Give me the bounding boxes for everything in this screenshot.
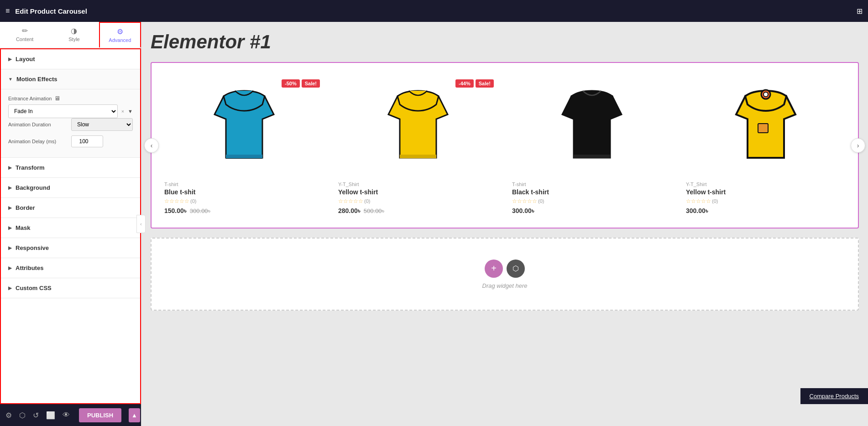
sidebar-item-custom-css[interactable]: ▶ Custom CSS	[1, 278, 140, 298]
product-category-2: Y-T_Shirt	[338, 182, 497, 187]
svg-rect-1	[226, 155, 262, 158]
clear-animation-btn[interactable]: ×	[120, 109, 126, 114]
product-old-price-2: 500.00৳	[364, 208, 384, 215]
tshirt-svg-blue	[210, 87, 278, 165]
product-img-wrapper-3	[512, 76, 671, 176]
sidebar-item-transform[interactable]: ▶ Transform	[1, 158, 140, 178]
product-price-4: 300.00৳	[686, 207, 708, 215]
tshirt-svg-yellow	[384, 87, 452, 165]
tshirt-svg-yellow-outlined	[732, 87, 800, 165]
motion-effects-content: Entrance Animation 🖥 Fade In Fade Out Sl…	[1, 89, 140, 158]
publish-chevron-button[interactable]: ▲	[129, 408, 140, 422]
layers-icon[interactable]: ⬡	[19, 411, 26, 420]
product-image-1	[164, 76, 324, 176]
product-prices-3: 300.00৳	[512, 207, 671, 215]
carousel-widget: ‹ › -50% Sale!	[151, 62, 859, 229]
animation-delay-label: Animation Delay (ms)	[8, 139, 68, 144]
collapse-handle[interactable]: ‹	[136, 215, 146, 233]
sidebar-content: ▶ Layout ▼ Motion Effects Entrance Anima…	[0, 48, 141, 404]
product-category-4: Y-T_Shirt	[686, 182, 845, 187]
compare-products-bar[interactable]: Compare Products	[800, 388, 868, 404]
product-name-4: Yellow t-shirt	[686, 188, 845, 196]
svg-rect-6	[758, 124, 768, 133]
product-img-wrapper-1: -50% Sale!	[164, 76, 324, 176]
product-card-1: -50% Sale!	[161, 72, 327, 218]
sidebar-item-layout[interactable]: ▶ Layout	[1, 49, 140, 69]
animation-select-row: Fade In Fade Out Slide In × ▼	[8, 104, 133, 118]
chevron-right-border-icon: ▶	[8, 205, 12, 210]
chevron-right-mask-icon: ▶	[8, 225, 12, 230]
responsive-icon[interactable]: ⬜	[46, 411, 55, 420]
add-widget-button[interactable]: +	[485, 260, 503, 278]
product-card-3: T-shirt Black t-shirt ☆☆☆☆☆ (0) 300.00৳	[508, 72, 675, 218]
entrance-animation-label: Entrance Animation 🖥	[8, 95, 133, 102]
eye-icon[interactable]: 👁	[63, 411, 70, 419]
tab-style[interactable]: ◑ Style	[49, 22, 99, 48]
hamburger-icon[interactable]: ≡	[5, 7, 10, 15]
sidebar-item-motion-effects[interactable]: ▼ Motion Effects	[1, 69, 140, 89]
main-layout: ✏ Content ◑ Style ▼ ⚙ Advanced ▶ Layout	[0, 22, 868, 426]
discount-badge-1: -50%	[282, 79, 300, 88]
sale-badge-1: Sale!	[302, 79, 320, 88]
product-price-2: 280.00৳	[338, 207, 360, 215]
sidebar-item-mask[interactable]: ▶ Mask	[1, 218, 140, 238]
tab-content[interactable]: ✏ Content	[0, 22, 49, 48]
tab-advanced[interactable]: ⚙ Advanced	[99, 22, 141, 47]
drag-buttons: + ⬡	[485, 260, 525, 278]
style-icon: ◑	[71, 26, 77, 35]
sale-badge-2: Sale!	[476, 79, 494, 88]
product-category-1: T-shirt	[164, 182, 324, 187]
bottom-toolbar: ⚙ ⬡ ↺ ⬜ 👁 PUBLISH ▲	[0, 404, 141, 426]
settings-icon[interactable]: ⚙	[5, 411, 12, 420]
product-card-4: Y-T_Shirt Yellow t-shirt ☆☆☆☆☆ (0) 300.0…	[682, 72, 849, 218]
carousel-next-button[interactable]: ›	[851, 138, 865, 153]
product-img-wrapper-4	[686, 76, 845, 176]
product-price-1: 150.00৳	[164, 207, 186, 215]
tshirt-svg-black	[558, 87, 626, 165]
product-stars-2: ☆☆☆☆☆ (0)	[338, 198, 497, 204]
sidebar-item-background[interactable]: ▶ Background	[1, 178, 140, 198]
top-header: ≡ Edit Product Carousel ⊞	[0, 0, 868, 22]
product-image-4	[686, 76, 845, 176]
history-icon[interactable]: ↺	[33, 411, 39, 420]
chevron-down-icon: ▼	[8, 77, 13, 82]
product-price-3: 300.00৳	[512, 207, 534, 215]
product-image-2	[338, 76, 497, 176]
pencil-icon: ✏	[22, 26, 28, 35]
product-image-3	[512, 76, 671, 176]
grid-icon[interactable]: ⊞	[857, 7, 863, 16]
product-stars-1: ☆☆☆☆☆ (0)	[164, 198, 324, 204]
publish-button[interactable]: PUBLISH	[79, 408, 121, 422]
animation-duration-row: Animation Duration Slow Normal Fast	[8, 118, 133, 131]
svg-rect-3	[574, 155, 610, 158]
product-name-3: Black t-shirt	[512, 188, 671, 196]
svg-rect-2	[400, 155, 436, 158]
sidebar-item-border[interactable]: ▶ Border	[1, 198, 140, 218]
tabs-row: ✏ Content ◑ Style ▼ ⚙ Advanced	[0, 22, 141, 48]
tab-advanced-wrapper: ▼ ⚙ Advanced	[99, 22, 141, 48]
chevron-right-responsive-icon: ▶	[8, 245, 12, 250]
sidebar-item-attributes[interactable]: ▶ Attributes	[1, 258, 140, 278]
chevron-right-transform-icon: ▶	[8, 165, 12, 170]
folder-widget-button[interactable]: ⬡	[507, 260, 525, 278]
animation-select[interactable]: Fade In Fade Out Slide In	[8, 104, 118, 118]
product-prices-2: 280.00৳ 500.00৳	[338, 207, 497, 215]
carousel-prev-button[interactable]: ‹	[144, 138, 159, 153]
sidebar: ✏ Content ◑ Style ▼ ⚙ Advanced ▶ Layout	[0, 22, 141, 426]
product-name-1: Blue t-shit	[164, 188, 324, 196]
sidebar-item-responsive[interactable]: ▶ Responsive	[1, 238, 140, 258]
animation-duration-select[interactable]: Slow Normal Fast	[71, 118, 133, 131]
drag-widget-text: Drag widget here	[482, 282, 528, 289]
product-old-price-1: 300.00৳	[190, 208, 210, 215]
chevron-right-attributes-icon: ▶	[8, 265, 12, 270]
chevron-right-custom-css-icon: ▶	[8, 286, 12, 291]
svg-point-5	[763, 92, 768, 97]
drag-widget-area: + ⬡ Drag widget here	[151, 238, 859, 311]
animation-delay-row: Animation Delay (ms)	[8, 135, 133, 147]
chevron-right-background-icon: ▶	[8, 185, 12, 190]
animation-delay-input[interactable]	[71, 135, 103, 147]
product-prices-4: 300.00৳	[686, 207, 845, 215]
gear-icon: ⚙	[117, 27, 123, 36]
product-stars-3: ☆☆☆☆☆ (0)	[512, 198, 671, 204]
main-content: Elementor #1 ‹ › -50% Sale!	[141, 22, 868, 426]
